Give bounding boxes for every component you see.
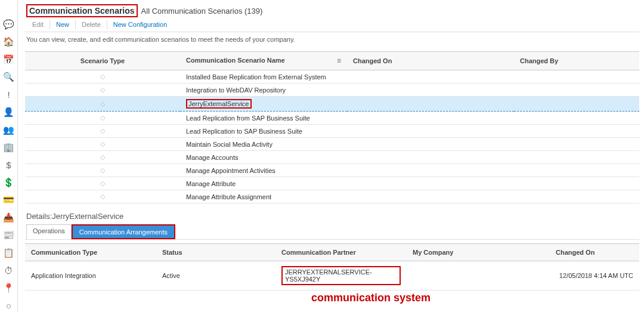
changed-by-cell xyxy=(514,177,639,190)
table-row[interactable]: ◇ Manage Attribute Assignment xyxy=(25,190,639,203)
scenario-name-cell: Manage Attribute xyxy=(180,177,347,190)
table-row[interactable]: ◇ Integration to WebDAV Repository xyxy=(25,84,639,97)
table-row-selected[interactable]: ◇ JerryExternalService xyxy=(25,97,639,112)
org-icon[interactable]: 🏢 xyxy=(2,141,16,153)
col-header-company[interactable]: My Company xyxy=(407,244,550,261)
scenario-type-cell: ◇ xyxy=(25,84,180,97)
changed-on-cell xyxy=(347,177,514,190)
page-title: Communication Scenarios xyxy=(26,4,138,17)
scenario-name-cell: Lead Replication from SAP Business Suite xyxy=(180,112,347,125)
scenario-type-cell: ◇ xyxy=(25,112,180,125)
changed-by-cell xyxy=(514,84,639,97)
changed-on-cell xyxy=(347,112,514,125)
toolbar: Edit New Delete New Configuration xyxy=(25,18,639,32)
scenario-type-cell: ◇ xyxy=(25,177,180,190)
changed-by-cell xyxy=(514,151,639,164)
tab-operations[interactable]: Operations xyxy=(26,224,72,239)
inbox-icon[interactable]: 📥 xyxy=(2,211,16,224)
partner-cell: JERRYEXTERNALSERVICE-YS5XJ942Y xyxy=(275,261,407,291)
changed-by-cell xyxy=(514,138,639,151)
changed-on-cell xyxy=(347,70,514,84)
col-header-arr-changed-on[interactable]: Changed On xyxy=(550,244,639,261)
home-icon[interactable]: 🏠 xyxy=(2,35,16,48)
scenario-type-cell: ◇ xyxy=(25,151,180,164)
status-cell: Active xyxy=(156,261,275,291)
changed-on-cell xyxy=(347,84,514,97)
delete-button[interactable]: Delete xyxy=(76,20,107,29)
comm-type-cell: Application Integration xyxy=(25,261,156,291)
sort-icon[interactable]: ≡ xyxy=(337,57,341,65)
alert-icon[interactable]: ! xyxy=(2,88,16,101)
scenario-name-cell: Lead Replication to SAP Business Suite xyxy=(180,125,347,138)
changed-on-cell xyxy=(347,151,514,164)
scenario-name-cell: Integration to WebDAV Repository xyxy=(180,84,347,97)
pin-icon[interactable]: 📍 xyxy=(2,282,16,294)
col-header-scenario-name-label: Communication Scenario Name xyxy=(186,57,285,64)
money-icon[interactable]: $ xyxy=(2,159,16,171)
changed-on-cell xyxy=(347,190,514,203)
col-header-scenario-type[interactable]: Scenario Type xyxy=(25,52,180,70)
changed-by-cell xyxy=(514,125,639,138)
col-header-comm-type[interactable]: Communication Type xyxy=(25,244,156,261)
scenario-type-cell: ◇ xyxy=(25,164,180,177)
chat-icon[interactable]: 💬 xyxy=(2,18,16,30)
nav-sidebar: 💬 🏠 📅 🔍 ! 👤 👥 🏢 $ 💲 💳 📥 📰 📋 ⏱ 📍 ○ xyxy=(0,0,18,312)
news-icon[interactable]: 📰 xyxy=(2,229,16,242)
table-row[interactable]: ◇ Lead Replication from SAP Business Sui… xyxy=(25,112,639,125)
clipboard-icon[interactable]: 📋 xyxy=(2,246,16,259)
table-row[interactable]: ◇ Manage Attribute xyxy=(25,177,639,190)
scenario-name-cell: Manage Accounts xyxy=(180,151,347,164)
table-row[interactable]: ◇ Maintain Social Media Activity xyxy=(25,138,639,151)
changed-by-cell xyxy=(514,164,639,177)
scenario-name-cell: JerryExternalService xyxy=(180,97,347,112)
changed-on-cell xyxy=(347,97,514,112)
page-subtitle: All Communication Scenarios (139) xyxy=(141,7,263,16)
search-icon[interactable]: 🔍 xyxy=(2,70,16,83)
scenarios-table: Scenario Type Communication Scenario Nam… xyxy=(25,51,639,203)
title-bar: Communication Scenarios All Communicatio… xyxy=(25,0,639,18)
gauge-icon[interactable]: ⏱ xyxy=(2,264,16,277)
tab-communication-arrangements[interactable]: Communication Arrangements xyxy=(73,225,174,238)
changed-on-cell xyxy=(347,164,514,177)
scenario-name-cell: Installed Base Replication from External… xyxy=(180,70,347,84)
changed-on-cell xyxy=(347,138,514,151)
main-content: Communication Scenarios All Communicatio… xyxy=(18,0,644,312)
details-title: Details:JerryExternalService xyxy=(25,203,639,224)
scenario-type-cell: ◇ xyxy=(25,70,180,84)
changed-by-cell xyxy=(514,70,639,84)
tab-arrangements-highlight: Communication Arrangements xyxy=(72,224,175,239)
company-cell xyxy=(407,261,550,291)
changed-by-cell xyxy=(514,112,639,125)
scenario-type-cell: ◇ xyxy=(25,125,180,138)
changed-by-cell xyxy=(514,97,639,112)
calendar-icon[interactable]: 📅 xyxy=(2,53,16,66)
col-header-partner[interactable]: Communication Partner xyxy=(275,244,407,261)
arr-changed-on-cell: 12/05/2018 4:14 AM UTC xyxy=(550,261,639,291)
col-header-changed-on[interactable]: Changed On xyxy=(347,52,514,70)
table-row[interactable]: ◇ Lead Replication to SAP Business Suite xyxy=(25,125,639,138)
table-row[interactable]: ◇ Manage Accounts xyxy=(25,151,639,164)
scenario-type-cell: ◇ xyxy=(25,138,180,151)
circle-icon[interactable]: ○ xyxy=(2,299,16,312)
table-row[interactable]: ◇ Manage Appointment Activities xyxy=(25,164,639,177)
help-text: You can view, create, and edit communica… xyxy=(25,32,639,51)
arrangements-table: Communication Type Status Communication … xyxy=(25,243,639,291)
changed-by-cell xyxy=(514,190,639,203)
arrangement-row[interactable]: Application Integration Active JERRYEXTE… xyxy=(25,261,639,291)
changed-on-cell xyxy=(347,125,514,138)
scenario-name-highlight: JerryExternalService xyxy=(186,99,252,109)
new-config-button[interactable]: New Configuration xyxy=(107,20,174,29)
col-header-scenario-name[interactable]: Communication Scenario Name ≡ xyxy=(180,52,347,70)
scenario-name-cell: Manage Appointment Activities xyxy=(180,164,347,177)
partner-highlight: JERRYEXTERNALSERVICE-YS5XJ942Y xyxy=(281,266,401,285)
col-header-changed-by[interactable]: Changed By xyxy=(514,52,639,70)
table-row[interactable]: ◇ Installed Base Replication from Extern… xyxy=(25,70,639,84)
scenario-name-cell: Manage Attribute Assignment xyxy=(180,190,347,203)
revenue-icon[interactable]: 💲 xyxy=(2,176,16,189)
col-header-status[interactable]: Status xyxy=(156,244,275,261)
card-icon[interactable]: 💳 xyxy=(2,194,16,206)
user-icon[interactable]: 👤 xyxy=(2,106,16,118)
edit-button[interactable]: Edit xyxy=(26,20,50,29)
team-icon[interactable]: 👥 xyxy=(2,123,16,136)
new-button[interactable]: New xyxy=(50,20,76,29)
